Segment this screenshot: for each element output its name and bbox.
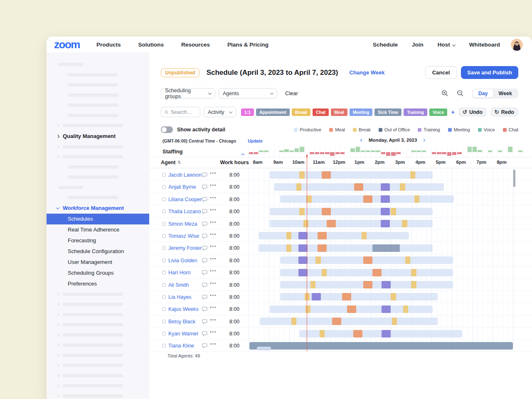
favorite-icon[interactable] (162, 258, 166, 263)
nav-item-join[interactable]: Join (412, 42, 424, 48)
favorite-icon[interactable] (162, 172, 166, 177)
break-segment[interactable] (410, 171, 415, 179)
activity-chip-training[interactable]: Training (404, 108, 427, 116)
meeting-segment[interactable] (298, 244, 308, 252)
break-segment[interactable] (402, 220, 407, 227)
activity-select[interactable]: Activity (204, 107, 236, 117)
activity-chip-meal[interactable]: Meal (331, 108, 347, 116)
favorite-icon[interactable] (162, 343, 166, 348)
more-options-button[interactable]: ••• (210, 305, 217, 310)
productive-bar[interactable] (270, 208, 432, 215)
agent-name-link[interactable]: Thalia Lozano (168, 209, 201, 214)
break-segment[interactable] (306, 195, 311, 203)
save-and-publish-button[interactable]: Save and Publish (461, 66, 518, 79)
more-options-button[interactable]: ••• (210, 341, 217, 346)
favorite-icon[interactable] (162, 197, 166, 202)
agent-name-link[interactable]: Simon Meza (168, 221, 197, 227)
break-segment[interactable] (296, 183, 301, 191)
comment-icon[interactable] (202, 258, 207, 263)
more-options-button[interactable]: ••• (210, 170, 217, 175)
nav-item-whiteboard[interactable]: Whiteboard (469, 42, 500, 48)
comment-icon[interactable] (202, 209, 207, 214)
nav-item-resources[interactable]: Resources (181, 42, 210, 48)
meeting-segment[interactable] (382, 281, 391, 288)
sidebar-item-user-management[interactable]: User Management (47, 257, 149, 268)
agent-name-link[interactable]: Jeremy Foster (168, 245, 202, 251)
activity-chip-1-1[interactable]: 1:1 (241, 108, 254, 116)
agent-name-link[interactable]: Tomasz Wise (168, 233, 199, 239)
clear-filters-button[interactable]: Clear (285, 90, 298, 96)
tab-week[interactable]: Week (493, 89, 517, 98)
user-avatar[interactable] (511, 39, 523, 51)
meeting-segment[interactable] (381, 208, 390, 215)
break-segment[interactable] (414, 195, 419, 203)
agents-select[interactable]: Agents (219, 88, 277, 99)
productive-bar[interactable] (259, 244, 432, 252)
favorite-icon[interactable] (162, 283, 166, 287)
horizontal-scroll-pill[interactable] (257, 347, 271, 350)
productive-bar[interactable] (280, 293, 438, 300)
comment-icon[interactable] (202, 222, 207, 227)
meal-segment[interactable] (342, 293, 351, 300)
sidebar-section-quality-management[interactable]: Quality Management (47, 131, 149, 142)
nav-item-solutions[interactable]: Solutions (138, 42, 164, 48)
productive-bar[interactable] (270, 220, 432, 227)
update-timezone-link[interactable]: Update (248, 138, 263, 143)
meeting-segment[interactable] (382, 330, 391, 337)
comment-icon[interactable] (202, 295, 207, 300)
sidebar-item-scheduling-groups[interactable]: Scheduling Groups (47, 268, 149, 278)
break-segment[interactable] (286, 244, 291, 252)
meal-segment[interactable] (322, 171, 331, 179)
search-input[interactable] (171, 109, 197, 115)
sidebar-item-schedule-configuration[interactable]: Schedule Configuration (47, 246, 149, 257)
comment-icon[interactable] (202, 283, 207, 288)
meal-segment[interactable] (363, 256, 372, 264)
break-segment[interactable] (315, 256, 320, 264)
comment-icon[interactable] (202, 185, 207, 190)
more-options-button[interactable]: ••• (210, 293, 217, 298)
activity-chip-appointment[interactable]: Appointment (256, 108, 290, 116)
tab-day[interactable]: Day (473, 89, 493, 98)
agent-name-link[interactable]: Ali Smith (168, 282, 189, 288)
next-day-icon[interactable] (422, 138, 425, 141)
favorite-icon[interactable] (162, 331, 166, 336)
meal-segment[interactable] (363, 281, 372, 288)
meeting-segment[interactable] (298, 269, 308, 276)
break-segment[interactable] (411, 269, 416, 276)
meal-segment[interactable] (354, 183, 363, 191)
favorite-icon[interactable] (162, 209, 166, 214)
productive-bar[interactable] (270, 171, 432, 179)
meal-segment[interactable] (363, 195, 372, 203)
more-options-button[interactable]: ••• (210, 268, 217, 273)
comment-icon[interactable] (202, 234, 207, 239)
break-segment[interactable] (299, 208, 304, 215)
break-segment[interactable] (299, 171, 304, 179)
meeting-segment[interactable] (381, 183, 390, 191)
nav-item-products[interactable]: Products (96, 42, 121, 48)
add-activity-button[interactable]: + (451, 108, 455, 116)
favorite-icon[interactable] (162, 270, 166, 275)
break-segment[interactable] (405, 256, 410, 264)
agent-name-link[interactable]: Lia Hayes (168, 294, 192, 300)
agent-name-link[interactable]: Liliana Cooper (168, 197, 202, 202)
break-segment[interactable] (362, 232, 367, 239)
favorite-icon[interactable] (162, 307, 166, 311)
zoom-logo[interactable]: zoom (54, 39, 80, 50)
zoom-out-icon[interactable] (457, 90, 464, 97)
meeting-segment[interactable] (381, 220, 390, 227)
activity-chip-break[interactable]: Break (292, 108, 310, 116)
redo-button[interactable]: ↻Redo (490, 107, 518, 117)
comment-icon[interactable] (202, 246, 207, 251)
nav-item-plans-pricing[interactable]: Plans & Pricing (227, 42, 268, 48)
sort-icon[interactable]: ⇅ (177, 160, 181, 165)
agent-name-link[interactable]: Tiana Kline (168, 343, 194, 349)
agent-name-link[interactable]: Kyan Warner (168, 331, 198, 337)
favorite-icon[interactable] (162, 185, 166, 189)
meal-segment[interactable] (353, 330, 362, 337)
comment-icon[interactable] (202, 307, 207, 312)
break-segment[interactable] (303, 220, 308, 227)
nav-item-host[interactable]: Host (438, 42, 455, 48)
activity-chip-chat[interactable]: Chat (313, 108, 329, 116)
break-segment[interactable] (291, 318, 296, 325)
comment-icon[interactable] (202, 319, 207, 324)
